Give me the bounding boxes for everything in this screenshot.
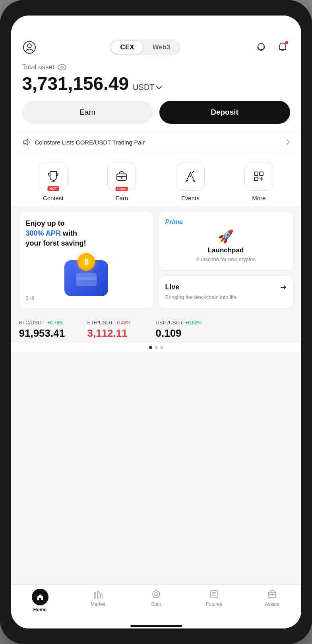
nav-spot[interactable]: Spot: [127, 589, 185, 613]
ticker-ubit-header: UBIT/USDT +0.92%: [156, 320, 211, 327]
action-buttons: Earn Deposit: [11, 99, 301, 132]
card-headline-2: with: [63, 229, 77, 237]
eth-pair: ETH/USDT: [87, 320, 113, 326]
profile-area: [22, 40, 37, 55]
prime-badge: Prime: [165, 219, 287, 226]
svg-point-27: [155, 593, 158, 596]
home-bar: [130, 625, 182, 627]
announcement-banner[interactable]: Coinstore Lists CORE/USDT Trading Pair: [11, 132, 301, 152]
svg-point-1: [27, 44, 31, 48]
apr-promo-card[interactable]: Enjoy up to 300% APR with your forst sav…: [19, 211, 154, 308]
svg-rect-18: [254, 177, 258, 181]
quick-action-earn[interactable]: HODL Earn: [107, 162, 136, 201]
live-header: Live: [165, 283, 287, 291]
bottom-navigation: Home Market: [11, 584, 301, 621]
market-label: Market: [91, 601, 105, 607]
svg-point-6: [58, 64, 66, 70]
earn-icon-box: HODL: [107, 162, 136, 191]
ticker-scroll-indicator: [11, 343, 301, 352]
deposit-button[interactable]: Deposit: [159, 101, 290, 124]
ubit-pair: UBIT/USDT: [156, 320, 183, 326]
megaphone-icon: [22, 138, 31, 146]
svg-point-38: [271, 594, 273, 595]
svg-rect-24: [97, 591, 99, 598]
home-icon: [32, 589, 48, 605]
live-card[interactable]: Live Bringing the blockchain into life: [159, 275, 293, 308]
launchpad-subtitle: Subscribe for new cryptos: [165, 256, 287, 263]
svg-rect-4: [264, 46, 265, 49]
nav-market[interactable]: Market: [69, 589, 127, 613]
svg-point-26: [153, 591, 160, 598]
visibility-icon[interactable]: [58, 64, 66, 70]
asset-amount: 3,731,156.49: [22, 74, 129, 93]
hodl-badge: HODL: [116, 187, 128, 191]
eth-pct: -0.48%: [116, 320, 131, 326]
card-headline-3: your forst saving!: [26, 239, 86, 247]
futures-label: Futures: [206, 601, 222, 607]
svg-point-11: [121, 177, 122, 179]
trophy-icon: [46, 169, 60, 183]
svg-point-15: [194, 180, 195, 182]
svg-point-14: [186, 180, 187, 182]
ticker-ubit[interactable]: UBIT/USDT +0.92% 0.109: [156, 320, 211, 340]
promo-cards: Enjoy up to 300% APR with your forst sav…: [11, 206, 301, 313]
launchpad-card[interactable]: Prime 🚀 Launchpad Subscribe for new cryp…: [159, 211, 293, 271]
more-label: More: [252, 195, 265, 201]
btc-pair: BTC/USDT: [19, 320, 45, 326]
asset-currency[interactable]: USDT: [133, 83, 161, 92]
quick-action-more[interactable]: More: [244, 162, 273, 201]
support-button[interactable]: [254, 40, 268, 55]
live-arrow-icon: [280, 284, 287, 291]
eth-price: 3,112.11: [87, 327, 143, 340]
scroll-dot-3: [160, 346, 163, 349]
ticker-eth[interactable]: ETH/USDT -0.48% 3,112.11: [87, 320, 143, 340]
ubit-pct: +0.92%: [185, 320, 202, 326]
svg-rect-16: [254, 172, 258, 176]
profile-button[interactable]: [22, 40, 37, 55]
wallet-icon: ₿: [64, 260, 108, 296]
profile-icon: [23, 41, 36, 54]
live-subtitle: Bringing the blockchain into life: [165, 294, 287, 301]
assets-icon: [267, 589, 278, 600]
launchpad-content: 🚀 Launchpad Subscribe for new cryptos: [165, 229, 287, 263]
nav-futures[interactable]: Futures: [185, 589, 243, 613]
announcement-content: Coinstore Lists CORE/USDT Trading Pair: [22, 138, 145, 146]
events-icon-box: [176, 162, 205, 191]
tab-cex[interactable]: CEX: [111, 41, 143, 54]
earn-label: Earn: [115, 195, 128, 201]
nav-home[interactable]: Home: [11, 589, 69, 613]
more-icon-box: [244, 162, 273, 191]
ticker-section: BTC/USDT +0.76% 91,953.41 ETH/USDT -0.48…: [11, 313, 301, 343]
announcement-text: Coinstore Lists CORE/USDT Trading Pair: [35, 139, 145, 146]
scroll-dot-1: [149, 346, 152, 349]
currency-dropdown-icon: [156, 86, 162, 90]
assets-label: Assets: [265, 601, 279, 607]
svg-point-13: [193, 171, 194, 172]
earn-button[interactable]: Earn: [22, 101, 153, 124]
events-label: Events: [181, 195, 200, 201]
tab-web3[interactable]: Web3: [143, 41, 179, 54]
chevron-right-icon: [286, 139, 290, 145]
home-label: Home: [33, 607, 47, 613]
scroll-dot-2: [155, 346, 158, 349]
header: CEX Web3: [11, 33, 301, 60]
notifications-button[interactable]: [275, 40, 290, 55]
quick-action-contest[interactable]: HOT Contest: [39, 162, 68, 201]
nav-assets[interactable]: Assets: [243, 589, 301, 613]
ubit-price: 0.109: [156, 327, 211, 340]
quick-action-events[interactable]: Events: [176, 162, 205, 201]
btc-price: 91,953.41: [19, 327, 75, 340]
ticker-btc[interactable]: BTC/USDT +0.76% 91,953.41: [19, 320, 75, 340]
bitcoin-coin: ₿: [78, 253, 95, 271]
header-actions: [254, 40, 290, 55]
svg-rect-32: [211, 591, 218, 598]
svg-point-12: [190, 176, 191, 177]
tab-switcher: CEX Web3: [110, 39, 180, 55]
market-icon: [93, 589, 104, 600]
hot-badge: HOT: [47, 186, 59, 191]
total-asset-section: Total asset 3,731,156.49 USDT: [11, 60, 301, 99]
headset-icon: [255, 41, 267, 53]
svg-rect-22: [76, 277, 97, 280]
apr-card-text: Enjoy up to 300% APR with your forst sav…: [26, 219, 147, 249]
live-title: Live: [165, 283, 180, 291]
